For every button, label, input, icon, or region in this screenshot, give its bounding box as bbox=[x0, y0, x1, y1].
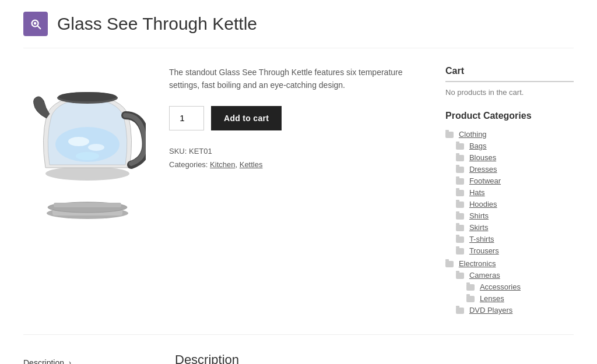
product-details-col: The standout Glass See Through Kettle fe… bbox=[169, 66, 422, 317]
list-item: Cameras bbox=[445, 270, 574, 280]
cart-section: Cart No products in the cart. bbox=[445, 66, 574, 97]
category-trousers[interactable]: Trousers bbox=[469, 246, 499, 255]
bottom-section: Description › Reviews (0) Description Th… bbox=[23, 352, 574, 364]
description-section-title: Description bbox=[175, 352, 422, 364]
category-skirts[interactable]: Skirts bbox=[469, 223, 489, 232]
folder-icon bbox=[466, 284, 475, 291]
folder-icon bbox=[456, 178, 464, 185]
folder-icon bbox=[456, 143, 464, 150]
folder-icon bbox=[456, 225, 464, 231]
folder-icon bbox=[456, 190, 464, 196]
quantity-input[interactable] bbox=[169, 106, 204, 130]
tabs-row: Description › bbox=[23, 352, 152, 364]
folder-icon bbox=[466, 296, 475, 302]
sidebar-spacer bbox=[445, 352, 574, 364]
category-dvd-players[interactable]: DVD Players bbox=[469, 306, 512, 314]
list-item: Footwear bbox=[445, 176, 574, 185]
list-item: Accessories bbox=[445, 282, 574, 291]
product-image bbox=[23, 66, 152, 229]
product-image-col bbox=[23, 66, 152, 317]
tabs-col: Description › Reviews (0) bbox=[23, 352, 152, 364]
list-item: Clothing bbox=[445, 129, 574, 139]
list-item: Blouses bbox=[445, 153, 574, 162]
folder-icon bbox=[445, 261, 454, 267]
folder-icon bbox=[456, 308, 464, 314]
list-item: Hoodies bbox=[445, 199, 574, 208]
category-tshirts[interactable]: T-shirts bbox=[469, 235, 494, 243]
zoom-icon-button[interactable] bbox=[23, 12, 48, 36]
tab-description-label: Description bbox=[23, 358, 64, 364]
tab-description[interactable]: Description › bbox=[23, 352, 71, 364]
list-item: Trousers bbox=[445, 246, 574, 255]
folder-icon bbox=[456, 202, 464, 208]
svg-point-3 bbox=[45, 167, 129, 181]
folder-icon bbox=[456, 213, 464, 220]
folder-icon bbox=[456, 155, 464, 161]
category-link-kettles[interactable]: Kettles bbox=[240, 160, 263, 169]
search-icon bbox=[29, 17, 42, 30]
product-meta: SKU: KET01 Categories: Kitchen, Kettles bbox=[169, 144, 422, 172]
cart-title: Cart bbox=[445, 66, 574, 82]
categories-title: Product Categories bbox=[445, 111, 574, 121]
list-item: Skirts bbox=[445, 222, 574, 232]
folder-icon bbox=[456, 248, 464, 255]
list-item: T-shirts bbox=[445, 234, 574, 243]
svg-point-9 bbox=[58, 92, 117, 101]
cart-empty-message: No products in the cart. bbox=[445, 88, 574, 97]
category-lenses[interactable]: Lenses bbox=[480, 294, 504, 303]
svg-point-5 bbox=[68, 137, 89, 146]
kettle-svg bbox=[29, 69, 146, 226]
category-blouses[interactable]: Blouses bbox=[469, 153, 496, 162]
categories-label: Categories: bbox=[169, 160, 208, 169]
svg-point-6 bbox=[88, 144, 104, 151]
list-item: Electronics bbox=[445, 259, 574, 268]
sidebar: Cart No products in the cart. Product Ca… bbox=[445, 66, 574, 317]
divider bbox=[23, 334, 574, 335]
svg-rect-11 bbox=[54, 203, 121, 207]
category-hoodies[interactable]: Hoodies bbox=[469, 200, 497, 208]
svg-point-0 bbox=[34, 22, 37, 25]
product-short-description: The standout Glass See Through Kettle fe… bbox=[169, 66, 422, 92]
category-electronics[interactable]: Electronics bbox=[459, 259, 496, 268]
sku-row: SKU: KET01 bbox=[169, 144, 422, 158]
category-hats[interactable]: Hats bbox=[469, 188, 485, 197]
chevron-right-icon: › bbox=[69, 359, 71, 364]
description-content: Description The standout Glass See Throu… bbox=[175, 352, 422, 364]
quantity-add-row: Add to cart bbox=[169, 106, 422, 130]
categories-row: Categories: Kitchen, Kettles bbox=[169, 158, 422, 171]
folder-icon bbox=[445, 132, 454, 138]
folder-icon bbox=[456, 167, 464, 173]
category-link-kitchen[interactable]: Kitchen bbox=[210, 160, 235, 169]
sku-label: SKU: bbox=[169, 147, 187, 156]
folder-icon bbox=[456, 236, 464, 243]
folder-icon bbox=[456, 273, 464, 279]
categories-list: Clothing Bags Blouses Dresses bbox=[445, 129, 574, 314]
sku-value: KET01 bbox=[189, 147, 212, 156]
list-item: Hats bbox=[445, 188, 574, 197]
categories-section: Product Categories Clothing Bags Blouses bbox=[445, 111, 574, 314]
product-area: The standout Glass See Through Kettle fe… bbox=[23, 66, 422, 317]
category-footwear[interactable]: Footwear bbox=[469, 176, 501, 185]
list-item: DVD Players bbox=[445, 305, 574, 314]
list-item: Shirts bbox=[445, 211, 574, 220]
category-shirts[interactable]: Shirts bbox=[469, 211, 489, 220]
category-clothing[interactable]: Clothing bbox=[459, 130, 487, 139]
svg-point-7 bbox=[76, 152, 99, 160]
category-dresses[interactable]: Dresses bbox=[469, 165, 497, 174]
category-bags[interactable]: Bags bbox=[469, 142, 487, 150]
category-cameras[interactable]: Cameras bbox=[469, 271, 500, 280]
product-title: Glass See Through Kettle bbox=[57, 14, 257, 34]
list-item: Dresses bbox=[445, 164, 574, 174]
category-accessories[interactable]: Accessories bbox=[480, 282, 521, 291]
list-item: Bags bbox=[445, 141, 574, 150]
list-item: Lenses bbox=[445, 294, 574, 303]
add-to-cart-button[interactable]: Add to cart bbox=[211, 106, 282, 130]
